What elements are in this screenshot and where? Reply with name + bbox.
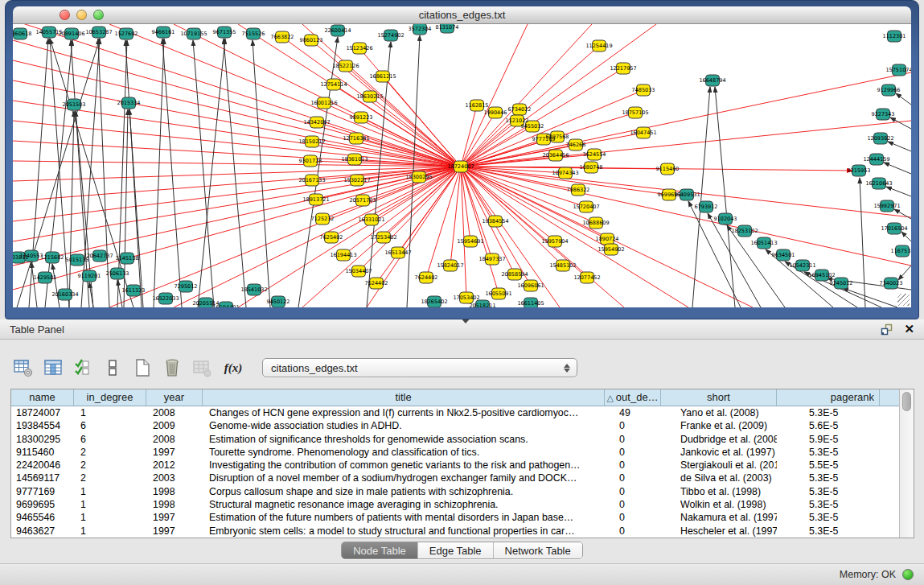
table-row[interactable]: 969969511998Structural magnetic resonanc…: [11, 498, 899, 511]
citation-edge-red[interactable]: [317, 122, 461, 167]
function-builder-button[interactable]: f(x): [220, 356, 247, 380]
citation-edge-red[interactable]: [461, 121, 517, 167]
column-header-year[interactable]: year: [146, 389, 203, 406]
citation-edge-black[interactable]: [860, 178, 865, 307]
citation-edge-red[interactable]: [461, 24, 656, 167]
graph-node-label: 9245012: [830, 280, 853, 286]
zoom-window-icon[interactable]: [93, 10, 104, 20]
new-document-icon: [132, 357, 153, 378]
citation-edge-black[interactable]: [727, 225, 785, 307]
citation-edge-black[interactable]: [298, 37, 338, 307]
citation-edge-black[interactable]: [31, 262, 37, 307]
citation-edge-black[interactable]: [98, 39, 109, 307]
citation-edge-black[interactable]: [898, 266, 911, 280]
network-view-window[interactable]: citations_edges.txt 23606181405571520891…: [5, 0, 919, 319]
window-resize-grip[interactable]: [897, 294, 910, 306]
tab-network-table[interactable]: Network Table: [493, 542, 582, 558]
citation-edge-red[interactable]: [461, 113, 495, 167]
delete-table-button[interactable]: [190, 356, 214, 380]
citation-edge-red[interactable]: [174, 167, 461, 307]
graph-node-label: 7624402: [415, 274, 438, 281]
float-panel-icon: [881, 323, 893, 336]
citation-edge-red[interactable]: [461, 167, 555, 241]
citation-edge-black[interactable]: [198, 39, 225, 307]
column-header-out_de[interactable]: △out_de…: [605, 389, 661, 406]
graph-node-label: 12716341: [343, 135, 369, 142]
panel-layout-button[interactable]: [101, 356, 125, 380]
float-panel-button[interactable]: [881, 323, 893, 336]
close-window-icon[interactable]: [60, 10, 70, 20]
citation-edge-black[interactable]: [901, 232, 911, 241]
table-row[interactable]: 946362711997Embryonic stem cells: a mode…: [11, 525, 899, 538]
scrollbar-thumb[interactable]: [902, 392, 911, 411]
tab-node-table[interactable]: Node Table: [342, 542, 417, 558]
table-panel-titlebar: Table Panel ✕: [0, 319, 924, 340]
citation-edge-black[interactable]: [17, 39, 100, 307]
table-row[interactable]: 911546021997Tourette syndrome. Phenomeno…: [11, 446, 899, 459]
citation-edge-red[interactable]: [363, 167, 461, 200]
new-column-button[interactable]: [130, 356, 154, 380]
graph-node-label: 7295012: [175, 283, 198, 290]
citation-edge-black[interactable]: [52, 264, 60, 307]
citation-edge-black[interactable]: [193, 40, 214, 307]
table-cell: de Silva et al. (2003): [661, 472, 777, 484]
table-row[interactable]: 1938455462009Genome-wide association stu…: [11, 419, 899, 432]
column-header-short[interactable]: short: [661, 389, 777, 406]
table-row[interactable]: 977716911998Corpus callosum shape and si…: [11, 485, 899, 498]
citation-edge-black[interactable]: [224, 39, 246, 307]
citation-edge-red[interactable]: [450, 167, 461, 266]
table-selector-dropdown[interactable]: citations_edges.txt: [262, 358, 577, 377]
table-row[interactable]: 1456911722003Disruption of a novel membe…: [11, 472, 899, 484]
network-canvas[interactable]: 2360618140557152089140610653287152760294…: [13, 24, 911, 307]
table-row[interactable]: 1830029562008Estimation of significance …: [11, 433, 899, 446]
citation-edge-black[interactable]: [154, 39, 164, 307]
citation-network-graph[interactable]: 2360618140557152089140610653287152760294…: [13, 24, 911, 307]
column-header-title[interactable]: title: [203, 389, 605, 406]
citation-edge-black[interactable]: [886, 187, 911, 196]
column-header-in_degree[interactable]: in_degree: [74, 389, 146, 406]
citation-edge-black[interactable]: [117, 40, 127, 307]
table-row[interactable]: 1872400712008Changes of HCN gene express…: [11, 406, 899, 419]
citation-edge-red[interactable]: [13, 24, 461, 167]
graph-node-label: 15954691: [457, 238, 483, 245]
citation-edge-black[interactable]: [896, 93, 911, 105]
citation-edge-red[interactable]: [461, 167, 563, 266]
graph-node-label: 16945102: [808, 272, 835, 278]
column-header-pagerank[interactable]: pagerank: [777, 389, 880, 406]
citation-edge-black[interactable]: [843, 288, 897, 307]
citation-edge-red[interactable]: [461, 167, 911, 266]
network-window-titlebar[interactable]: citations_edges.txt: [13, 6, 911, 24]
table-vertical-scrollbar[interactable]: [899, 389, 914, 538]
citation-edge-black[interactable]: [894, 209, 911, 219]
citation-edge-black[interactable]: [125, 40, 142, 307]
citation-edge-black[interactable]: [45, 40, 72, 307]
close-panel-button[interactable]: ✕: [904, 323, 914, 335]
tab-edge-table[interactable]: Edge Table: [417, 542, 493, 558]
table-cell: Investigating the contribution of common…: [203, 459, 605, 472]
split-pane-handle[interactable]: [462, 319, 470, 323]
citation-edge-black[interactable]: [890, 117, 911, 129]
citation-edge-red[interactable]: [383, 76, 461, 167]
graph-node-label: 1429501: [34, 274, 57, 281]
minimize-window-icon[interactable]: [76, 10, 87, 20]
delete-column-button[interactable]: [160, 356, 184, 380]
table-row[interactable]: 946554611997Estimation of the future num…: [11, 511, 899, 524]
column-header-name[interactable]: name: [11, 389, 74, 406]
graph-node-label: 10653287: [85, 29, 112, 35]
table-cell: 14569117: [11, 472, 74, 484]
citation-edge-black[interactable]: [69, 111, 74, 307]
table-cell: 0: [605, 472, 661, 484]
citation-edge-black[interactable]: [129, 109, 143, 307]
column-visibility-button[interactable]: [41, 356, 65, 380]
citation-edge-black[interactable]: [162, 39, 182, 307]
graph-node-label: 9102043: [714, 216, 737, 222]
citation-edge-black[interactable]: [124, 109, 128, 307]
table-settings-button[interactable]: [11, 356, 35, 380]
select-rows-button[interactable]: [71, 356, 95, 380]
citation-edge-red[interactable]: [238, 167, 461, 307]
table-row[interactable]: 2242004622012Investigating the contribut…: [11, 459, 899, 472]
citation-edge-black[interactable]: [888, 142, 911, 151]
citation-edge-black[interactable]: [884, 163, 911, 174]
citation-edge-red[interactable]: [461, 24, 528, 167]
graph-node-label: 9466161: [152, 29, 175, 35]
